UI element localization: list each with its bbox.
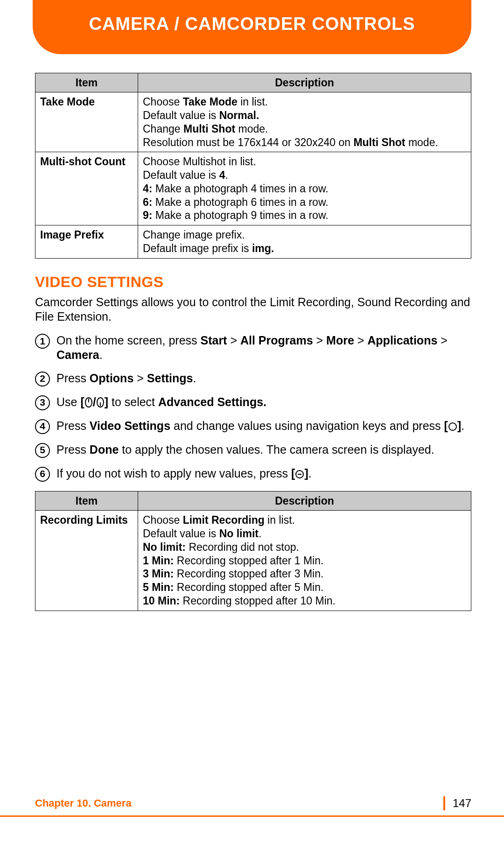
page-title: CAMERA / CAMCORDER CONTROLS — [89, 14, 415, 34]
table-row: Image Prefix Change image prefix.Default… — [35, 225, 471, 259]
section-heading: VIDEO SETTINGS — [35, 273, 471, 291]
step-text: Use [/] to select Advanced Settings. — [56, 395, 471, 409]
svg-point-2 — [449, 423, 456, 430]
table2-header-item: Item — [35, 491, 138, 511]
table-row: Recording Limits Choose Limit Recording … — [35, 511, 471, 611]
table1-item: Multi-shot Count — [35, 152, 138, 225]
step-number-icon: 1 — [35, 334, 50, 349]
step-item: 5 Press Done to apply the chosen values.… — [35, 443, 471, 458]
table1-item: Take Mode — [35, 92, 138, 152]
steps-list: 1 On the home screen, press Start > All … — [35, 333, 471, 482]
step-text: Press Done to apply the chosen values. T… — [56, 443, 471, 457]
table-row: Multi-shot Count Choose Multishot in lis… — [35, 152, 471, 225]
footer-rule — [0, 815, 504, 817]
table1-desc: Change image prefix.Default image prefix… — [138, 225, 471, 259]
step-text: Press Video Settings and change values u… — [56, 419, 471, 433]
reference-table-1: Item Description Take Mode Choose Take M… — [35, 73, 471, 259]
table2-item: Recording Limits — [35, 511, 138, 611]
step-number-icon: 4 — [35, 419, 50, 434]
table2-desc: Choose Limit Recording in list.Default v… — [138, 511, 471, 611]
table1-header-desc: Description — [138, 73, 471, 92]
page-content: Item Description Take Mode Choose Take M… — [0, 54, 504, 611]
table1-desc: Choose Multishot in list.Default value i… — [138, 152, 471, 225]
step-number-icon: 2 — [35, 372, 50, 386]
step-text: Press Options > Settings. — [56, 371, 471, 386]
step-item: 6 If you do not wish to apply new values… — [35, 466, 471, 482]
page-number: 147 — [443, 796, 471, 810]
table1-item: Image Prefix — [35, 225, 138, 259]
reference-table-2: Item Description Recording Limits Choose… — [35, 491, 471, 611]
step-number-icon: 3 — [35, 395, 50, 410]
page-footer: Chapter 10. Camera 147 — [0, 796, 504, 810]
step-number-icon: 6 — [35, 467, 50, 482]
chapter-label: Chapter 10. Camera — [35, 797, 132, 810]
table2-body: Recording Limits Choose Limit Recording … — [35, 511, 471, 611]
step-item: 2 Press Options > Settings. — [35, 371, 471, 386]
table1-body: Take Mode Choose Take Mode in list.Defau… — [35, 92, 471, 258]
page-title-tab: CAMERA / CAMCORDER CONTROLS — [33, 0, 471, 54]
step-text: If you do not wish to apply new values, … — [56, 466, 471, 481]
step-item: 4 Press Video Settings and change values… — [35, 419, 471, 434]
step-item: 3 Use [/] to select Advanced Settings. — [35, 395, 471, 410]
table2-header-desc: Description — [138, 491, 471, 511]
step-text: On the home screen, press Start > All Pr… — [56, 333, 471, 363]
table-row: Take Mode Choose Take Mode in list.Defau… — [35, 92, 471, 152]
step-number-icon: 5 — [35, 443, 50, 458]
step-item: 1 On the home screen, press Start > All … — [35, 333, 471, 363]
table1-header-item: Item — [35, 73, 138, 92]
table1-desc: Choose Take Mode in list.Default value i… — [138, 92, 471, 152]
section-intro: Camcorder Settings allows you to control… — [35, 295, 471, 324]
